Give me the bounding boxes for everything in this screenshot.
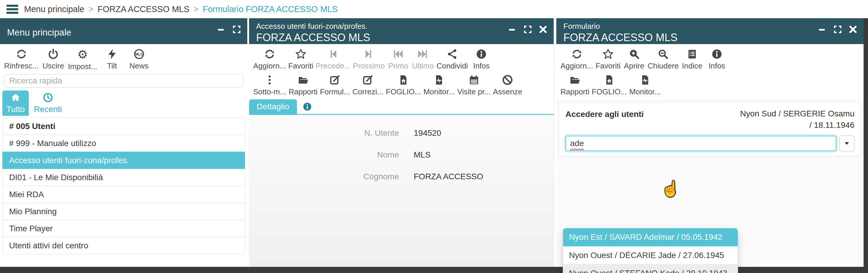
toolbar-button-favoriti[interactable]: Favoriti: [594, 47, 622, 71]
toolbar-button-primo[interactable]: Primo: [386, 47, 410, 71]
toolbar-button-assenze[interactable]: Assenze: [492, 73, 524, 97]
toolbar-button-rapporti[interactable]: Rapporti: [559, 73, 590, 97]
menu-list-item[interactable]: # 005 Utenti: [2, 117, 245, 135]
close-icon[interactable]: [848, 25, 858, 34]
clock-icon: [43, 92, 53, 103]
info-icon[interactable]: [302, 102, 312, 112]
toolbar-button-indice[interactable]: Indice: [680, 47, 705, 71]
dropdown-option-hovered[interactable]: Nyon Ouest / STEFANO Kade / 29.10.1943: [563, 264, 738, 273]
minimize-icon[interactable]: [217, 25, 226, 34]
toolbar-button-infos[interactable]: Infos: [705, 47, 729, 71]
zoom-out-icon: [657, 48, 669, 60]
minimize-icon[interactable]: [818, 25, 827, 34]
info-icon: [711, 48, 723, 60]
breadcrumb: Menu principale > FORZA ACCESSO MLS > Fo…: [0, 0, 868, 18]
menu-list-item[interactable]: Mio Planning: [2, 203, 245, 220]
menu-tabs: Tutto Recenti: [0, 91, 247, 116]
section-label: Accedere agli utenti: [565, 108, 644, 119]
document-pulse-icon: [639, 74, 651, 86]
access-users-card: Accedere agli utenti Nyon Sud / SERGERIE…: [559, 102, 861, 156]
toolbar-button-aprire[interactable]: Aprire: [622, 47, 647, 71]
combo-dropdown-button[interactable]: [839, 135, 855, 151]
toolbar-button-sotto-menu[interactable]: Sotto-m...: [252, 73, 287, 97]
toolbar-button-precedente[interactable]: Precede...: [315, 47, 352, 71]
panel-menu-principale: Menu principale Rinfresc... Uscire ⚙ Im: [0, 18, 247, 267]
toolbar-button-tilt[interactable]: Tilt: [98, 47, 126, 71]
lightning-bolt-icon: [106, 48, 118, 60]
home-icon: [10, 92, 21, 103]
toolbar-button-monitor[interactable]: Monitor...: [422, 73, 456, 97]
document-home-icon: [603, 74, 615, 86]
maximize-icon[interactable]: [523, 25, 532, 34]
dropdown-option[interactable]: Nyon Ouest / DÉCARIE Jade / 27.06.1945: [563, 246, 738, 264]
toolbar-button-impostazioni[interactable]: ⚙ Impost...: [67, 47, 98, 72]
breadcrumb-item-menu-principale[interactable]: Menu principale: [24, 4, 84, 14]
folder-icon: [297, 74, 309, 86]
menu-list-item[interactable]: Utenti attivi del centro: [2, 237, 245, 254]
toolbar-button-visite[interactable]: Visite pr...: [456, 73, 492, 97]
breadcrumb-item-formulario[interactable]: Formulario FORZA ACCESSO MLS: [203, 4, 338, 14]
right-scrollbar[interactable]: [864, 18, 868, 267]
menu-toolbar: Rinfresc... Uscire ⚙ Impost... Tilt News: [0, 44, 247, 72]
field-label: Nome: [249, 150, 414, 160]
panel-form-header: Formulario FORZA ACCESSO MLS: [556, 18, 864, 44]
toolbar-button-favoriti[interactable]: Favoriti: [287, 47, 314, 71]
refresh-icon: [571, 48, 583, 60]
step-next-icon: [363, 48, 375, 60]
folder-icon: [569, 74, 581, 86]
minimize-icon[interactable]: [508, 25, 517, 34]
refresh-icon: [264, 48, 276, 60]
toolbar-button-rapporti[interactable]: Rapporti: [287, 73, 319, 97]
field-value: MLS: [414, 150, 431, 160]
close-icon[interactable]: [538, 25, 548, 34]
toolbar-button-correzione[interactable]: Correzi...: [351, 73, 384, 97]
index-list-icon: [686, 48, 698, 60]
tab-recenti[interactable]: Recenti: [29, 91, 67, 116]
gear-icon: ⚙: [78, 48, 88, 61]
panel-subtitle: Formulario: [563, 21, 857, 31]
toolbar-button-prossimo[interactable]: Prossimo: [352, 47, 386, 71]
toolbar-button-foglio[interactable]: FOGLIO...: [384, 73, 422, 97]
toolbar-button-formulario[interactable]: Formul...: [319, 73, 351, 97]
field-row-n-utente: N. Utente 194520: [249, 128, 554, 138]
tab-dettaglio[interactable]: Dettaglio: [249, 99, 297, 114]
toolbar-button-rinfrescare[interactable]: Rinfresc...: [3, 47, 40, 71]
menu-list-item-selected[interactable]: Accesso utenti fuori-zona/profes.: [2, 151, 245, 169]
form-edit-icon: [329, 74, 341, 86]
breadcrumb-item-forza-accesso[interactable]: FORZA ACCESSO MLS: [98, 4, 190, 14]
toolbar-button-ultimo[interactable]: Ultimo: [410, 47, 435, 71]
no-entry-icon: [502, 74, 514, 86]
info-icon: [475, 48, 487, 60]
quick-search-input[interactable]: [4, 74, 243, 88]
share-icon: [446, 48, 458, 60]
field-label: Cognome: [249, 172, 414, 181]
maximize-icon[interactable]: [232, 25, 241, 34]
toolbar-button-condividi[interactable]: Condividi: [435, 47, 469, 71]
mouse-cursor: ☝: [661, 180, 680, 198]
tab-tutto[interactable]: Tutto: [2, 91, 29, 116]
menu-list-item[interactable]: Time Player: [2, 220, 245, 237]
toolbar-button-uscire[interactable]: Uscire: [40, 47, 67, 71]
menu-list-item[interactable]: Miei RDA: [2, 186, 245, 203]
toolbar-button-chiudere[interactable]: Chiudere: [647, 47, 680, 71]
document-home-icon: [398, 74, 409, 86]
maximize-icon[interactable]: [833, 25, 842, 34]
dropdown-option-selected[interactable]: Nyon Est / SAVARD Adelmar / 05.05.1942: [563, 228, 738, 246]
panel-accesso-utenti: Accesso utenti fuori-zona/profes. FORZA …: [249, 18, 554, 267]
toolbar-button-foglio[interactable]: FOGLIO...: [590, 73, 628, 97]
field-value: FORZA ACCESSO: [414, 172, 484, 181]
user-search-combo-input[interactable]: ade: [565, 136, 836, 151]
hamburger-menu-icon[interactable]: [6, 4, 18, 14]
field-row-nome: Nome MLS: [249, 150, 554, 160]
field-label: N. Utente: [249, 128, 414, 138]
menu-list-item[interactable]: # 999 - Manuale utilizzo: [2, 135, 245, 152]
menu-list-item[interactable]: DI01 - Le Mie Disponibilià: [2, 169, 245, 186]
form-content: Accedere agli utenti Nyon Sud / SERGERIE…: [556, 99, 864, 267]
toolbar-button-monitor[interactable]: Monitor...: [628, 73, 662, 97]
toolbar-button-aggiornare[interactable]: Aggiorn...: [559, 47, 594, 71]
power-icon: [47, 48, 59, 60]
toolbar-button-infos[interactable]: Infos: [469, 47, 494, 71]
toolbar-button-aggiornare[interactable]: Aggiorn...: [252, 47, 287, 71]
panel-menu-header: Menu principale: [0, 18, 247, 44]
toolbar-button-news[interactable]: News: [126, 47, 153, 71]
